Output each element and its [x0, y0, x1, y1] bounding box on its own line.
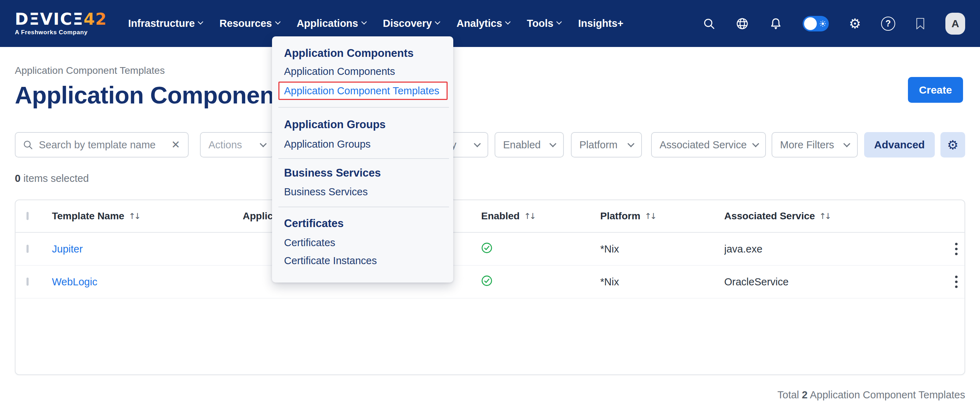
menu-item-business-services[interactable]: Business Services [284, 184, 443, 200]
applications-menu-panel: Application Components Application Compo… [272, 37, 453, 283]
sort-icon[interactable]: ↑↓ [524, 211, 535, 221]
help-icon[interactable]: ? [881, 17, 895, 31]
user-avatar[interactable]: A [945, 13, 965, 35]
sun-icon [819, 20, 826, 27]
menu-item-certificates[interactable]: Certificates [284, 235, 443, 250]
chevron-down-icon [505, 19, 511, 25]
page-title: Application Component Templates [15, 81, 277, 109]
chevron-down-icon [752, 140, 759, 147]
table-row: WebLogic *Nix OracleService [16, 265, 964, 299]
chevron-down-icon [361, 19, 367, 25]
select-all-checkbox[interactable] [27, 212, 29, 220]
sort-icon[interactable]: ↑↓ [129, 211, 140, 221]
chevron-down-icon [435, 19, 441, 25]
sort-icon[interactable]: ↑↓ [645, 211, 656, 221]
nav-item-insights[interactable]: Insights+ [578, 17, 623, 29]
platform-value: *Nix [600, 243, 724, 255]
enabled-check-icon [481, 275, 493, 286]
chevron-down-icon [198, 19, 204, 25]
row-actions-kebab-icon[interactable] [947, 265, 965, 298]
advanced-button[interactable]: Advanced [864, 132, 935, 157]
chevron-down-icon [627, 140, 635, 147]
menu-section-application-components: Application Components [284, 46, 443, 61]
logo-42: 42 [84, 11, 107, 27]
template-search-box[interactable]: ✕ [15, 132, 189, 157]
logo-wordmark: DΞVICΞ [15, 11, 84, 27]
chevron-down-icon [260, 140, 267, 147]
nav-item-infrastructure[interactable]: Infrastructure [128, 17, 203, 29]
globe-icon[interactable] [735, 17, 749, 30]
gear-icon: ⚙ [947, 138, 958, 152]
nav-item-applications[interactable]: Applications [297, 17, 366, 29]
annotation-highlight-box: Application Component Templates [278, 82, 448, 100]
menu-item-application-components[interactable]: Application Components [284, 64, 443, 79]
nav-item-tools[interactable]: Tools [527, 17, 561, 29]
chevron-down-icon [549, 140, 557, 147]
notifications-bell-icon[interactable] [769, 17, 783, 30]
table-header-row: Template Name ↑↓ Application Enabled ↑↓ … [16, 200, 964, 233]
sort-icon[interactable]: ↑↓ [819, 211, 830, 221]
menu-divider [278, 107, 449, 108]
menu-divider [278, 206, 449, 207]
actions-dropdown[interactable]: Actions [200, 132, 274, 157]
column-associated-service: Associated Service [724, 211, 815, 222]
logo-tagline: A Freshworks Company [15, 29, 107, 36]
menu-item-application-groups[interactable]: Application Groups [284, 136, 443, 152]
more-filters-dropdown[interactable]: More Filters [772, 132, 858, 157]
breadcrumb: Application Component Templates [15, 65, 165, 76]
template-link[interactable]: WebLogic [52, 276, 97, 287]
selection-count: 0items selected [15, 173, 89, 184]
table-row: Jupiter *Nix java.exe [16, 233, 964, 265]
template-link[interactable]: Jupiter [52, 243, 83, 255]
column-enabled: Enabled [481, 211, 520, 222]
theme-toggle[interactable] [803, 16, 829, 32]
enabled-filter-dropdown[interactable]: Enabled [495, 132, 564, 157]
templates-table: Template Name ↑↓ Application Enabled ↑↓ … [15, 200, 965, 375]
device42-logo[interactable]: DΞVICΞ 42 A Freshworks Company [15, 11, 107, 36]
chevron-down-icon [474, 140, 481, 147]
column-template-name: Template Name [52, 211, 124, 222]
nav-item-discovery[interactable]: Discovery [383, 17, 440, 29]
row-checkbox[interactable] [27, 245, 29, 253]
menu-section-certificates: Certificates [284, 216, 443, 231]
associated-service-filter-dropdown[interactable]: Associated Service [651, 132, 766, 157]
search-icon [22, 140, 33, 150]
associated-service-value: OracleService [724, 276, 947, 288]
menu-item-application-component-templates[interactable]: Application Component Templates [284, 86, 439, 96]
total-count: Total 2 Application Component Templates [778, 389, 966, 401]
row-actions-kebab-icon[interactable] [947, 233, 965, 265]
search-input[interactable] [39, 139, 166, 151]
chevron-down-icon [843, 140, 850, 147]
toggle-knob [804, 17, 817, 30]
table-settings-gear-button[interactable]: ⚙ [940, 132, 965, 157]
column-platform: Platform [600, 211, 641, 222]
top-nav-bar: DΞVICΞ 42 A Freshworks Company Infrastru… [0, 0, 980, 47]
nav-item-resources[interactable]: Resources [220, 17, 280, 29]
menu-divider [278, 158, 449, 159]
nav-item-analytics[interactable]: Analytics [457, 17, 510, 29]
clear-search-icon[interactable]: ✕ [171, 140, 180, 150]
main-nav: Infrastructure Resources Applications Di… [128, 17, 624, 29]
menu-section-business-services: Business Services [284, 165, 443, 181]
settings-gear-icon[interactable]: ⚙ [849, 17, 861, 30]
menu-item-certificate-instances[interactable]: Certificate Instances [284, 253, 443, 268]
enabled-check-icon [481, 242, 493, 254]
platform-filter-dropdown[interactable]: Platform [571, 132, 642, 157]
row-checkbox[interactable] [27, 278, 29, 286]
create-button[interactable]: Create [908, 77, 963, 103]
chevron-down-icon [275, 19, 280, 25]
associated-service-value: java.exe [724, 243, 947, 255]
platform-value: *Nix [600, 276, 724, 288]
search-icon[interactable] [703, 17, 715, 30]
menu-section-application-groups: Application Groups [284, 117, 443, 132]
bookmark-icon[interactable] [915, 17, 925, 30]
chevron-down-icon [557, 19, 562, 25]
